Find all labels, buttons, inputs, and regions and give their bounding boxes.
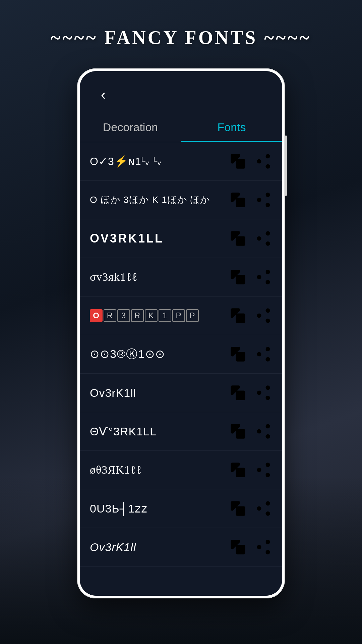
font-actions (229, 538, 272, 556)
share-button[interactable] (255, 538, 272, 556)
font-actions (229, 461, 272, 479)
share-icon (255, 268, 272, 286)
font-text: ⊙⊙3®Ⓚ1⊙⊙ (90, 346, 229, 362)
svg-line-64 (261, 548, 266, 551)
copy-icon (229, 423, 247, 440)
share-button[interactable] (255, 268, 272, 286)
share-button[interactable] (255, 153, 272, 170)
svg-point-2 (257, 159, 261, 164)
share-icon (255, 153, 272, 170)
share-button[interactable] (255, 191, 272, 209)
svg-point-1 (266, 154, 270, 158)
svg-line-65 (261, 543, 266, 546)
svg-line-11 (261, 196, 266, 199)
svg-point-44 (257, 429, 261, 434)
font-item: O R 3 R K 1 P P (80, 297, 282, 335)
copy-button[interactable] (229, 345, 247, 363)
svg-line-53 (261, 466, 266, 469)
boxed-char-r2: R (131, 309, 144, 322)
svg-point-39 (266, 396, 270, 400)
share-icon (255, 384, 272, 401)
svg-line-10 (261, 201, 266, 204)
app-title-container: ~~~~ FANCY FONTS ~~~~ (51, 0, 311, 48)
boxed-char-p: P (172, 309, 185, 322)
share-icon (255, 500, 272, 517)
svg-line-41 (261, 389, 266, 392)
share-icon (255, 461, 272, 479)
svg-point-8 (257, 198, 261, 202)
font-item: OV3RK1LL (80, 219, 282, 258)
svg-point-27 (266, 319, 270, 323)
copy-button[interactable] (229, 230, 247, 247)
copy-button[interactable] (229, 307, 247, 324)
svg-line-29 (261, 312, 266, 315)
copy-icon (229, 307, 247, 324)
phone-screen: ‹ Decoration Fonts Ο✓3⚡ɴ1ᴸᵥ ᴸᵥ (80, 71, 282, 596)
svg-point-45 (266, 434, 270, 439)
font-text: ΘѴ°3RK1LL (90, 425, 229, 438)
svg-point-19 (266, 270, 270, 274)
font-text: øθ3ЯK1ℓℓ (90, 464, 229, 476)
copy-icon (229, 538, 247, 556)
copy-button[interactable] (229, 191, 247, 209)
svg-line-23 (261, 273, 266, 276)
svg-point-31 (266, 347, 270, 351)
share-button[interactable] (255, 461, 272, 479)
font-item: Ο✓3⚡ɴ1ᴸᵥ ᴸᵥ (80, 142, 282, 181)
copy-button[interactable] (229, 500, 247, 517)
back-button[interactable]: ‹ (93, 85, 113, 105)
font-item: Ov3rK1ll (80, 528, 282, 567)
copy-button[interactable] (229, 384, 247, 401)
tab-decoration[interactable]: Decoration (80, 111, 181, 142)
svg-point-55 (266, 501, 270, 505)
font-text: O R 3 R K 1 P P (90, 309, 229, 322)
svg-rect-30 (236, 352, 245, 362)
copy-icon (229, 345, 247, 363)
share-button[interactable] (255, 307, 272, 324)
font-item: σv3яk1ℓℓ (80, 258, 282, 297)
share-button[interactable] (255, 384, 272, 401)
boxed-char-k: K (145, 309, 158, 322)
copy-icon (229, 230, 247, 247)
svg-point-33 (266, 357, 270, 362)
phone-container: ‹ Decoration Fonts Ο✓3⚡ɴ1ᴸᵥ ᴸᵥ (77, 68, 285, 598)
font-actions (229, 230, 272, 247)
font-actions (229, 153, 272, 170)
svg-point-9 (266, 203, 270, 207)
boxed-char-r: R (104, 309, 116, 322)
font-text: Ov3rK1ll (90, 541, 229, 554)
copy-button[interactable] (229, 268, 247, 286)
share-button[interactable] (255, 230, 272, 247)
share-button[interactable] (255, 423, 272, 440)
svg-rect-0 (236, 159, 245, 169)
share-icon (255, 538, 272, 556)
svg-point-14 (257, 236, 261, 241)
svg-line-47 (261, 427, 266, 430)
copy-button[interactable] (229, 461, 247, 479)
font-item: Ov3rK1ll (80, 374, 282, 412)
font-text: Ov3rK1ll (90, 386, 229, 399)
share-icon (255, 230, 272, 247)
svg-line-46 (261, 432, 266, 435)
copy-button[interactable] (229, 538, 247, 556)
tab-fonts[interactable]: Fonts (181, 111, 282, 142)
boxed-char-p2: P (186, 309, 199, 322)
copy-button[interactable] (229, 423, 247, 440)
svg-line-52 (261, 471, 266, 474)
svg-line-16 (261, 239, 266, 243)
svg-line-40 (261, 394, 266, 397)
svg-line-35 (261, 350, 266, 353)
svg-rect-60 (236, 545, 245, 554)
share-button[interactable] (255, 345, 272, 363)
copy-icon (229, 500, 247, 517)
font-actions (229, 384, 272, 401)
svg-point-38 (257, 391, 261, 395)
share-button[interactable] (255, 500, 272, 517)
svg-rect-36 (236, 391, 245, 400)
share-icon (255, 307, 272, 324)
share-icon (255, 345, 272, 363)
svg-line-34 (261, 355, 266, 358)
svg-rect-24 (236, 314, 245, 323)
copy-button[interactable] (229, 153, 247, 170)
svg-point-32 (257, 352, 261, 357)
